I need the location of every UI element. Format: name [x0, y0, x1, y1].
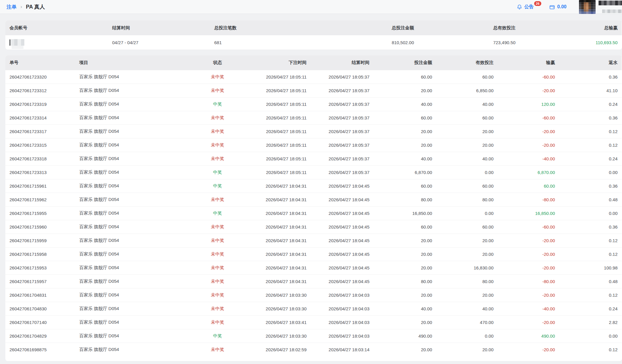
- cell-rebate: 0.36: [559, 179, 622, 193]
- cell-bet-time: 2026/04/27 18:03:30: [241, 329, 311, 343]
- cell-order-no: 260427061698875: [5, 343, 75, 356]
- cell-win-loss: 6,870.00: [498, 165, 559, 179]
- col-header-order-no: 单号: [5, 55, 75, 70]
- cell-settle-time: 2026/04/27 18:04:45: [311, 206, 374, 220]
- cell-bet-time: 2026/04/27 18:05:11: [241, 111, 311, 124]
- cell-item: 百家乐 旗舰厅 D054: [75, 111, 194, 124]
- bet-row: 260427061723312 百家乐 旗舰厅 D054 未中奖 2026/04…: [5, 84, 622, 97]
- cell-settle-time: 2026/04/27 18:05:37: [311, 84, 374, 97]
- cell-status: 未中奖: [194, 193, 241, 206]
- summary-header-account: 会员帐号: [5, 20, 108, 35]
- cell-win-loss: -60.00: [498, 220, 559, 234]
- bet-row: 260427061723314 百家乐 旗舰厅 D054 未中奖 2026/04…: [5, 111, 622, 124]
- cell-order-no: 260427061715960: [5, 220, 75, 234]
- bet-row: 260427061715955 百家乐 旗舰厅 D054 中奖 2026/04/…: [5, 206, 622, 220]
- cell-valid-bet: 16,830.00: [436, 261, 498, 274]
- cell-rebate: 41.10: [559, 84, 622, 97]
- cell-settle-time: 2026/04/27 18:05:37: [311, 97, 374, 111]
- summary-total-bets: 681: [210, 35, 314, 50]
- cell-bet-amount: 20.00: [374, 84, 436, 97]
- cell-valid-bet: 0.00: [436, 329, 498, 343]
- bet-row: 260427061723318 百家乐 旗舰厅 D054 未中奖 2026/04…: [5, 152, 622, 165]
- cell-item: 百家乐 旗舰厅 D054: [75, 70, 194, 84]
- announcement-button[interactable]: 公告 26: [517, 4, 534, 10]
- cell-bet-time: 2026/04/27 18:03:30: [241, 302, 311, 315]
- wallet-icon: [549, 4, 555, 10]
- cell-order-no: 260427061715958: [5, 247, 75, 261]
- cell-rebate: 0.12: [559, 138, 622, 152]
- cell-bet-time: 2026/04/27 18:05:11: [241, 84, 311, 97]
- cell-order-no: 260427061723318: [5, 152, 75, 165]
- cell-item: 百家乐 旗舰厅 D054: [75, 315, 194, 329]
- bet-row: 260427061715957 百家乐 旗舰厅 D054 未中奖 2026/04…: [5, 274, 622, 288]
- cell-order-no: 260427061715955: [5, 206, 75, 220]
- wallet-button[interactable]: 0.00: [549, 4, 567, 10]
- cell-win-loss: -20.00: [498, 261, 559, 274]
- bet-row: 260427061715960 百家乐 旗舰厅 D054 未中奖 2026/04…: [5, 220, 622, 234]
- cell-order-no: 260427061704831: [5, 288, 75, 302]
- cell-order-no: 260427061704830: [5, 302, 75, 315]
- cell-bet-time: 2026/04/27 18:05:11: [241, 97, 311, 111]
- cell-bet-amount: 6,870.00: [374, 165, 436, 179]
- cell-win-loss: -20.00: [498, 315, 559, 329]
- cell-settle-time: 2026/04/27 18:04:45: [311, 193, 374, 206]
- bet-row: 260427061715962 百家乐 旗舰厅 D054 未中奖 2026/04…: [5, 193, 622, 206]
- col-header-win-loss: 输赢: [498, 55, 559, 70]
- cell-win-loss: -20.00: [498, 288, 559, 302]
- col-header-bet-amount: 投注金额: [374, 55, 436, 70]
- breadcrumb-root-link[interactable]: 注单: [7, 4, 17, 10]
- bet-row: 260427061723313 百家乐 旗舰厅 D054 中奖 2026/04/…: [5, 165, 622, 179]
- cell-bet-amount: 60.00: [374, 179, 436, 193]
- cell-bet-amount: 20.00: [374, 234, 436, 247]
- cell-settle-time: 2026/04/27 18:03:14: [311, 343, 374, 356]
- cell-order-no: 260427061715957: [5, 274, 75, 288]
- cell-order-no: 260427061715961: [5, 179, 75, 193]
- cell-settle-time: 2026/04/27 18:04:45: [311, 274, 374, 288]
- cell-bet-amount: 20.00: [374, 247, 436, 261]
- cell-valid-bet: 80.00: [436, 274, 498, 288]
- cell-status: 未中奖: [194, 343, 241, 356]
- cell-bet-time: 2026/04/27 18:03:30: [241, 288, 311, 302]
- cell-item: 百家乐 旗舰厅 D054: [75, 288, 194, 302]
- cell-rebate: 0.48: [559, 274, 622, 288]
- cell-valid-bet: 80.00: [436, 193, 498, 206]
- cell-settle-time: 2026/04/27 18:05:37: [311, 70, 374, 84]
- summary-header-bet-count: 总投注笔数: [210, 20, 314, 35]
- cell-bet-time: 2026/04/27 18:05:11: [241, 165, 311, 179]
- summary-settle-period: 04/27 - 04/27: [108, 35, 210, 50]
- summary-total-valid: 723,490.50: [418, 35, 520, 50]
- summary-header-valid-bet: 总有效投注: [418, 20, 520, 35]
- cell-win-loss: -20.00: [498, 124, 559, 138]
- cell-rebate: 0.12: [559, 247, 622, 261]
- cell-order-no: 260427061723315: [5, 138, 75, 152]
- cell-settle-time: 2026/04/27 18:04:03: [311, 315, 374, 329]
- cell-item: 百家乐 旗舰厅 D054: [75, 261, 194, 274]
- cell-bet-amount: 80.00: [374, 193, 436, 206]
- cell-rebate: 0.24: [559, 152, 622, 165]
- cell-bet-amount: 490.00: [374, 329, 436, 343]
- cell-win-loss: -60.00: [498, 70, 559, 84]
- avatar[interactable]: [579, 0, 596, 14]
- cell-rebate: 0.36: [559, 111, 622, 124]
- breadcrumb: 注单 › PA 真人: [7, 3, 45, 10]
- cell-valid-bet: 0.00: [436, 165, 498, 179]
- cell-valid-bet: 60.00: [436, 70, 498, 84]
- cell-status: 未中奖: [194, 220, 241, 234]
- user-menu[interactable]: [579, 0, 622, 14]
- cell-win-loss: -80.00: [498, 274, 559, 288]
- cell-settle-time: 2026/04/27 18:04:45: [311, 179, 374, 193]
- cell-item: 百家乐 旗舰厅 D054: [75, 97, 194, 111]
- cell-valid-bet: 60.00: [436, 220, 498, 234]
- cell-bet-time: 2026/04/27 18:04:31: [241, 274, 311, 288]
- cell-settle-time: 2026/04/27 18:05:37: [311, 124, 374, 138]
- cell-win-loss: -80.00: [498, 193, 559, 206]
- cell-status: 未中奖: [194, 152, 241, 165]
- summary-table: 会员帐号 结算时间 总投注笔数 总投注金额 总有效投注 总输赢 04/27 - …: [5, 20, 622, 50]
- bet-row: 260427061723320 百家乐 旗舰厅 D054 未中奖 2026/04…: [5, 70, 622, 84]
- cell-status: 未中奖: [194, 261, 241, 274]
- cell-settle-time: 2026/04/27 18:04:45: [311, 234, 374, 247]
- cell-order-no: 260427061715953: [5, 261, 75, 274]
- wallet-balance: 0.00: [557, 4, 567, 9]
- col-header-settle-time: 结算时间: [311, 55, 374, 70]
- cell-rebate: 0.48: [559, 193, 622, 206]
